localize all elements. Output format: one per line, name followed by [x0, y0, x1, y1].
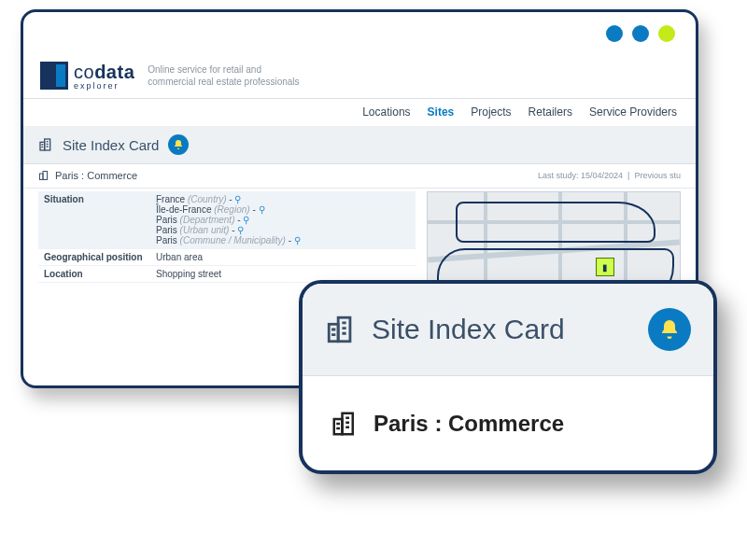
- window-dot[interactable]: [632, 25, 649, 42]
- value: Urban area: [156, 252, 416, 262]
- building-icon: [325, 314, 357, 345]
- svg-rect-9: [329, 324, 338, 341]
- window-dot[interactable]: [658, 25, 675, 42]
- row-situation: Situation France (Country) - ⚲ Île-de-Fr…: [38, 191, 416, 249]
- window-dot[interactable]: [606, 25, 623, 42]
- building-icon: [331, 410, 359, 438]
- svg-rect-0: [40, 142, 45, 150]
- nav-retailers[interactable]: Retailers: [529, 105, 572, 119]
- building-icon: [38, 137, 53, 152]
- logo-text: codata: [74, 62, 134, 83]
- row-geo: Geographical position Urban area: [38, 249, 416, 266]
- bell-icon: [658, 318, 681, 341]
- svg-rect-16: [334, 419, 343, 434]
- map-pin-icon[interactable]: ⚲: [243, 215, 249, 225]
- window-controls: [606, 25, 675, 42]
- nav-service-providers[interactable]: Service Providers: [589, 105, 677, 119]
- breadcrumb-meta: Last study: 15/04/2024 | Previous stu: [538, 171, 681, 180]
- logo-mark-icon: [40, 62, 68, 90]
- page-titlebar: Site Index Card: [23, 126, 696, 164]
- map-pin-icon[interactable]: ⚲: [237, 225, 244, 235]
- map-pin-icon[interactable]: ⚲: [234, 194, 241, 204]
- tagline: Online service for retail and commercial…: [148, 63, 299, 88]
- zoom-titlebar: Site Index Card: [303, 284, 713, 375]
- main-nav: Locations Sites Projects Retailers Servi…: [23, 98, 696, 127]
- map-pin-icon[interactable]: ⚲: [259, 204, 265, 215]
- zoom-card: Site Index Card Paris : Commerce: [299, 280, 717, 474]
- logo[interactable]: codata explorer: [40, 62, 134, 91]
- alert-bell-button[interactable]: [648, 308, 691, 351]
- breadcrumb-site-name: Paris : Commerce: [55, 170, 137, 181]
- zoom-title: Site Index Card: [372, 314, 565, 345]
- zoom-site-row: Paris : Commerce: [303, 375, 713, 471]
- page-title: Site Index Card: [63, 137, 159, 153]
- nav-sites[interactable]: Sites: [428, 105, 455, 119]
- value: France (Country) - ⚲ Île-de-France (Regi…: [156, 194, 416, 245]
- label: Geographical position: [38, 252, 156, 262]
- breadcrumb: Paris : Commerce Last study: 15/04/2024 …: [23, 163, 696, 189]
- value: Shopping street: [156, 269, 416, 279]
- building-icon: [38, 170, 49, 181]
- alert-bell-button[interactable]: [168, 134, 189, 155]
- nav-projects[interactable]: Projects: [471, 105, 511, 119]
- label: Situation: [38, 194, 156, 245]
- zoom-site-name: Paris : Commerce: [374, 411, 564, 437]
- label: Location: [38, 269, 156, 279]
- bell-icon: [173, 139, 184, 150]
- svg-rect-7: [40, 174, 44, 180]
- map-marker-icon[interactable]: ▮: [596, 258, 614, 276]
- nav-locations[interactable]: Locations: [362, 105, 410, 119]
- header: codata explorer Online service for retai…: [23, 53, 696, 99]
- svg-rect-8: [43, 172, 48, 180]
- map-pin-icon[interactable]: ⚲: [294, 235, 301, 245]
